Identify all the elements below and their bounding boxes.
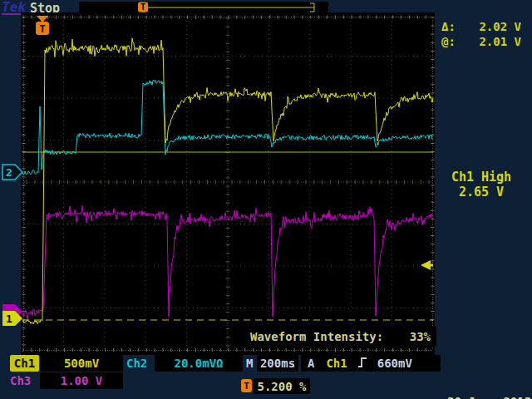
at-label: @: bbox=[441, 34, 456, 49]
trigger-position-icon: T bbox=[241, 379, 252, 392]
delta-value: 2.02 V bbox=[479, 19, 521, 34]
delta-label: Δ: bbox=[441, 19, 456, 34]
waveform-intensity-label: Waveform Intensity: bbox=[250, 330, 383, 343]
ch1-scale-readout: 500mV bbox=[40, 355, 123, 372]
trigger-position-badge-label: T bbox=[39, 23, 45, 35]
trigger-readout: A Ch1 660mV bbox=[301, 355, 441, 372]
record-view-trigger-label: T bbox=[140, 2, 145, 12]
trigger-level-value: 660mV bbox=[377, 357, 412, 370]
ch2-scale-readout: 20.0mVΩ bbox=[155, 355, 243, 372]
ch2-channel-badge: Ch2 bbox=[126, 355, 147, 372]
ch1-high-value: 2.65 V bbox=[436, 185, 527, 200]
timebase-readout: 200ms bbox=[257, 355, 298, 372]
at-value: 2.01 V bbox=[479, 34, 521, 49]
oscilloscope-screen: Tek Stop 12TT Δ: 2.02 V @: 2.01 V Ch1 Hi… bbox=[0, 0, 532, 399]
datetime-readout: 30 Jan 2013 16:02:53 bbox=[447, 367, 531, 399]
date-value: 30 Jan 2013 bbox=[447, 395, 531, 399]
ch3-channel-badge: Ch3 bbox=[10, 372, 31, 389]
timebase-label: M bbox=[246, 355, 253, 372]
waveform-intensity-overlay: Waveform Intensity: 33% bbox=[244, 326, 436, 347]
waveform-intensity-value: 33% bbox=[410, 330, 431, 343]
ch1-high-measurement: Ch1 High 2.65 V bbox=[436, 170, 527, 200]
cursor-readout: Δ: 2.02 V @: 2.01 V bbox=[441, 19, 521, 49]
rising-edge-icon bbox=[357, 357, 367, 371]
trigger-mode-label: A bbox=[308, 357, 314, 370]
trigger-source: Ch1 bbox=[326, 357, 347, 370]
ch1-channel-badge: Ch1 bbox=[10, 355, 39, 372]
trigger-position-readout: 5.200 % bbox=[254, 378, 310, 394]
channel-2-marker-label: 2 bbox=[6, 166, 12, 179]
channel-1-marker-label: 1 bbox=[6, 313, 12, 325]
ch1-high-label: Ch1 High bbox=[436, 170, 527, 185]
ch3-scale-readout: 1.00 V bbox=[40, 372, 123, 389]
